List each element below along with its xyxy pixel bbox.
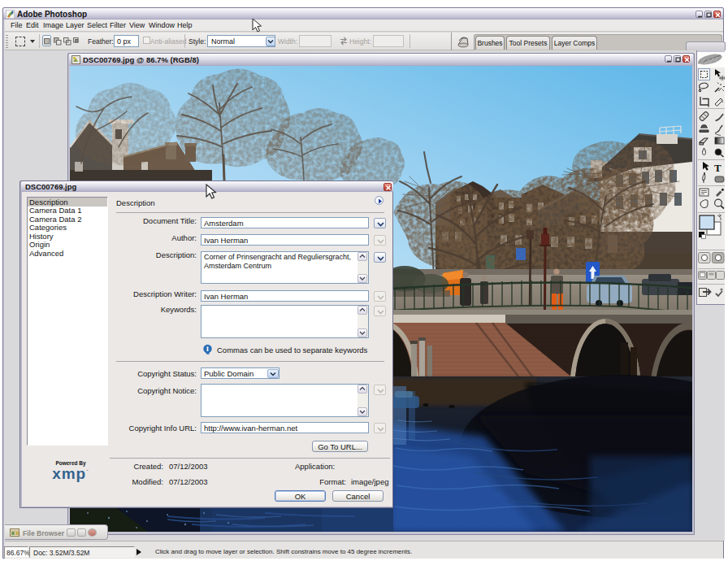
svg-text:T: T [714, 162, 722, 174]
